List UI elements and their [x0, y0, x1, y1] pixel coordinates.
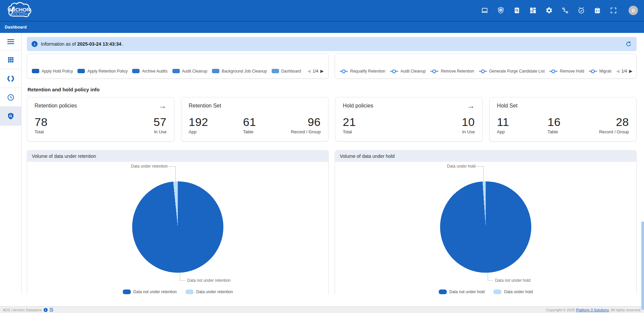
svg-text:ARCHON: ARCHON — [8, 7, 30, 12]
info-banner: i Information as of2025-03-24 13:43:34. — [27, 37, 637, 51]
document-search-icon[interactable] — [513, 7, 521, 14]
svg-text:DATA.STORE: DATA.STORE — [10, 13, 29, 15]
retention-set-card: Retention Set 192 App 61 Table 96 Record… — [181, 97, 329, 141]
legend-item[interactable]: Audit Cleanup — [172, 69, 207, 74]
legend-swatch — [77, 69, 85, 73]
refresh-icon[interactable] — [625, 41, 632, 47]
sidebar — [0, 33, 21, 294]
banner-timestamp: 2025-03-24 13:43:34 — [77, 41, 121, 47]
hold-policies-card: Hold policies → 21 Total 10 In Use — [335, 97, 483, 141]
hold-pie-chart[interactable] — [440, 181, 531, 273]
legend-item[interactable]: Apply Hold Policy — [32, 69, 73, 74]
info-icon: i — [32, 41, 38, 47]
dashboard-icon[interactable] — [529, 7, 537, 14]
breadcrumb[interactable]: Dashboard — [5, 25, 26, 30]
legend-item[interactable]: Archive Audits — [132, 69, 167, 74]
pie-legend: Data not under retention Data under rete… — [27, 289, 328, 294]
legend-item[interactable]: Data under hold — [493, 289, 533, 294]
line-marker-icon — [549, 71, 557, 72]
legend-swatch — [185, 289, 194, 294]
breadcrumb-bar: Dashboard — [0, 21, 644, 33]
legend-pager: ◀ 1/4 ▶ — [307, 69, 325, 74]
pager-next-icon[interactable]: ▶ — [320, 69, 324, 74]
pager-next-icon[interactable]: ▶ — [629, 69, 632, 74]
legend-item[interactable]: Remove Hold — [549, 69, 584, 74]
app-bar: ARCHON DATA.STORE — [0, 0, 644, 21]
legend-swatch — [172, 69, 180, 73]
stat-table: 16 Table — [548, 116, 561, 134]
clock-icon — [7, 93, 15, 101]
pager-prev-icon[interactable]: ◀ — [616, 69, 620, 74]
line-chart-legend: Requalify Retention Audit Cleanup Remove… — [335, 69, 636, 78]
stat-record-group: 28 Record / Group — [599, 116, 629, 134]
stat-record-group: 96 Record / Group — [291, 116, 321, 134]
stat-total: 21 Total — [343, 116, 356, 134]
sidebar-item-history[interactable] — [0, 88, 21, 107]
legend-item[interactable]: Background Job Cleanup — [212, 69, 267, 74]
legend-item[interactable]: Data not under retention — [123, 289, 177, 294]
panel-title: Volume of data under retention — [27, 150, 328, 162]
sidebar-item-apps[interactable] — [0, 50, 21, 69]
sidebar-item-jobs[interactable] — [0, 69, 21, 88]
legend-swatch — [272, 69, 279, 73]
legend-item[interactable]: Audit Cleanup — [390, 69, 426, 74]
footer: ADS | Archon Datastore i Copyright © 202… — [0, 306, 644, 313]
fullscreen-icon[interactable] — [610, 7, 617, 14]
sidebar-menu-toggle[interactable] — [0, 33, 21, 50]
pager-prev-icon[interactable]: ◀ — [307, 69, 311, 74]
legend-swatch — [493, 289, 501, 294]
pie-slice-label: Data under hold — [447, 164, 476, 169]
legend-item[interactable]: Data under retention — [185, 289, 233, 294]
archon-cloud-logo-graphic: ARCHON DATA.STORE — [6, 1, 46, 19]
main-content: i Information as of2025-03-24 13:43:34. … — [21, 33, 644, 294]
pie-label-connector — [168, 166, 176, 181]
legend-item[interactable]: Generate Purge Candidate List — [479, 69, 545, 74]
vertical-scrollbar-thumb[interactable] — [641, 222, 644, 310]
donut-icon — [7, 75, 15, 83]
legend-item[interactable]: Migrati — [589, 69, 611, 74]
platform3-link[interactable]: Platform 3 Solutions — [576, 308, 609, 312]
line-marker-icon — [340, 71, 348, 72]
sidebar-item-policy-explorer[interactable] — [0, 107, 21, 126]
footer-info-icon[interactable]: i — [44, 308, 48, 312]
archon-logo[interactable]: ARCHON DATA.STORE — [6, 1, 46, 19]
route-icon[interactable] — [561, 7, 569, 14]
footer-copyright: Copyright © 2025 Platform 3 Solutions. A… — [546, 308, 641, 312]
panel-title: Volume of data under hold — [335, 150, 636, 162]
alarm-check-icon[interactable] — [578, 7, 585, 14]
stat-in-use: 10 In Use — [462, 116, 475, 134]
pie-main-label: Data not under retention — [187, 278, 230, 283]
legend-swatch — [132, 69, 140, 73]
shield-search-icon — [7, 112, 15, 120]
badge-icon[interactable] — [594, 7, 601, 14]
footer-app-name: ADS | Archon Datastore — [3, 308, 42, 312]
line-marker-icon — [430, 71, 438, 72]
top-charts-row: Apply Hold Policy Apply Retention Policy… — [27, 54, 637, 79]
retention-volume-panel: Volume of data under retention Data unde… — [27, 150, 329, 294]
legend-swatch — [212, 69, 219, 73]
legend-item[interactable]: Data not under hold — [439, 289, 485, 294]
hold-volume-panel: Volume of data under hold Data under hol… — [335, 150, 637, 294]
retention-pie-chart[interactable] — [132, 181, 223, 273]
card-title: Retention Set — [189, 103, 221, 109]
card-title: Retention policies — [35, 103, 77, 109]
arrow-right-icon[interactable]: → — [467, 103, 475, 109]
legend-item[interactable]: Requalify Retention — [340, 69, 385, 74]
shield-database-icon[interactable] — [497, 7, 504, 14]
legend-item[interactable]: Apply Retention Policy — [77, 69, 127, 74]
legend-item[interactable]: Dashboard — [272, 69, 301, 74]
line-chart-card: Requalify Retention Audit Cleanup Remove… — [335, 54, 637, 79]
laptop-icon[interactable] — [481, 7, 488, 14]
hamburger-icon — [7, 38, 15, 46]
legend-item[interactable]: Remove Retention — [430, 69, 474, 74]
arrow-right-icon[interactable]: → — [159, 103, 167, 109]
bar-chart-card: Apply Hold Policy Apply Retention Policy… — [27, 54, 329, 79]
pie-legend: Data not under hold Data under hold — [335, 289, 636, 294]
line-marker-icon — [390, 71, 398, 72]
legend-swatch — [439, 289, 447, 294]
user-avatar[interactable]: D — [629, 6, 638, 15]
bar-chart-legend: Apply Hold Policy Apply Retention Policy… — [27, 69, 328, 78]
release-notes-icon[interactable] — [49, 308, 54, 312]
settings-icon[interactable] — [545, 7, 553, 14]
stat-total: 78 Total — [35, 116, 48, 134]
